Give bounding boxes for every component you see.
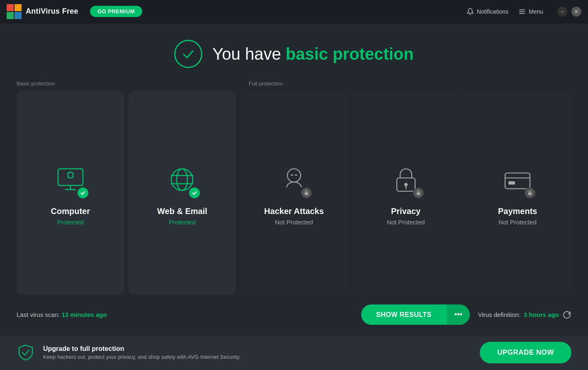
- web-email-card-title: Web & Email: [157, 207, 207, 216]
- cards-area: Basic protection Full protection: [0, 80, 588, 295]
- svg-point-14: [287, 169, 301, 182]
- banner-shield-icon: [17, 343, 35, 362]
- title-bar: AntiVirus Free GO PREMIUM Notifications …: [0, 0, 588, 23]
- computer-card-title: Computer: [51, 207, 90, 216]
- svg-point-19: [404, 183, 408, 186]
- cards-row: Computer Protected: [17, 91, 571, 295]
- main-content: You have basic protection Basic protecti…: [0, 23, 588, 335]
- svg-rect-25: [528, 192, 532, 195]
- banner-title: Upgrade to full protection: [43, 345, 471, 353]
- lock-small-3-icon: [527, 190, 532, 195]
- virus-def-prefix: Virus definition:: [478, 311, 520, 318]
- privacy-card-title: Privacy: [391, 207, 420, 216]
- card-privacy[interactable]: Privacy Not Protected: [352, 91, 460, 295]
- hacker-card-status: Not Protected: [275, 219, 313, 226]
- logo-area: AntiVirus Free GO PREMIUM: [7, 4, 142, 19]
- privacy-icon-area: [387, 162, 425, 199]
- app-name-label: AntiVirus Free: [26, 7, 78, 16]
- headline-prefix: You have: [212, 45, 285, 63]
- last-scan-time: 13 minutes ago: [61, 311, 107, 318]
- hacker-status-badge: [301, 187, 312, 198]
- show-results-button[interactable]: SHOW RESULTS: [361, 304, 447, 325]
- upgrade-banner: Upgrade to full protection Keep hackers …: [0, 335, 588, 370]
- banner-subtitle: Keep hackers out, protect your privacy, …: [43, 354, 471, 360]
- svg-rect-24: [508, 181, 515, 185]
- notifications-label: Notifications: [477, 8, 508, 15]
- show-results-group: SHOW RESULTS •••: [361, 304, 470, 325]
- lock-small-2-icon: [416, 190, 421, 195]
- last-scan-prefix: Last virus scan:: [17, 311, 61, 318]
- svg-rect-22: [505, 173, 530, 189]
- headline: You have basic protection: [212, 45, 413, 63]
- privacy-card-status: Not Protected: [387, 219, 425, 226]
- computer-status-badge: [78, 187, 88, 198]
- svg-point-10: [171, 169, 193, 190]
- card-web-email[interactable]: Web & Email Protected: [129, 91, 236, 295]
- lock-small-icon: [304, 190, 309, 195]
- upgrade-now-button[interactable]: UPGRADE NOW: [480, 342, 571, 363]
- payments-status-badge: [525, 187, 535, 198]
- card-hacker-attacks[interactable]: Hacker Attacks Not Protected: [240, 91, 348, 295]
- protection-status-icon: [174, 40, 202, 68]
- web-email-icon-area: [163, 162, 201, 199]
- svg-rect-2: [7, 12, 14, 19]
- computer-icon-area: [52, 162, 89, 199]
- avg-logo-icon: [7, 4, 22, 19]
- menu-label: Menu: [529, 8, 543, 15]
- basic-protection-label: Basic protection: [17, 80, 249, 87]
- payments-icon-area: [499, 162, 536, 199]
- svg-point-11: [177, 169, 187, 190]
- payments-card-status: Not Protected: [498, 219, 537, 226]
- header-section: You have basic protection: [0, 23, 588, 80]
- full-protection-label: Full protection: [249, 80, 571, 87]
- section-labels: Basic protection Full protection: [17, 80, 571, 87]
- window-controls: − ✕: [557, 7, 581, 17]
- go-premium-button[interactable]: GO PREMIUM: [90, 6, 142, 17]
- hacker-icon-area: [275, 162, 313, 199]
- headline-highlight: basic protection: [286, 45, 414, 63]
- minimize-button[interactable]: −: [557, 7, 567, 17]
- svg-rect-7: [58, 169, 83, 185]
- virus-def-time: 3 hours ago: [524, 311, 559, 318]
- svg-rect-17: [305, 192, 308, 195]
- title-bar-right: Notifications Menu − ✕: [467, 7, 581, 17]
- privacy-status-badge: [413, 187, 424, 198]
- banner-text-area: Upgrade to full protection Keep hackers …: [43, 345, 471, 360]
- computer-card-status: Protected: [57, 219, 84, 226]
- card-computer[interactable]: Computer Protected: [17, 91, 124, 295]
- payments-card-title: Payments: [498, 207, 537, 216]
- web-email-status-badge: [189, 187, 200, 198]
- svg-rect-3: [15, 12, 22, 19]
- virus-definition-info: Virus definition: 3 hours ago: [478, 310, 571, 319]
- refresh-icon[interactable]: [562, 310, 571, 319]
- scan-bar: Last virus scan: 13 minutes ago SHOW RES…: [0, 295, 588, 335]
- svg-rect-21: [417, 192, 420, 195]
- notifications-button[interactable]: Notifications: [467, 8, 508, 15]
- web-email-card-status: Protected: [169, 219, 195, 226]
- svg-rect-1: [15, 4, 22, 11]
- svg-rect-0: [7, 4, 14, 11]
- menu-button[interactable]: Menu: [518, 8, 543, 15]
- close-button[interactable]: ✕: [571, 7, 581, 17]
- last-scan-info: Last virus scan: 13 minutes ago: [17, 311, 353, 318]
- hacker-card-title: Hacker Attacks: [264, 207, 324, 216]
- card-payments[interactable]: Payments Not Protected: [464, 91, 571, 295]
- more-options-button[interactable]: •••: [447, 304, 470, 325]
